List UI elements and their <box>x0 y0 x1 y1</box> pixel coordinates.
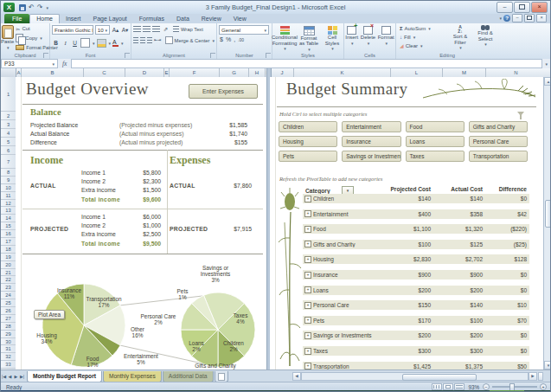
ribbon-tab-formulas[interactable]: Formulas <box>133 15 170 23</box>
column-header-J[interactable]: J <box>271 68 294 77</box>
zoom-out-button[interactable]: − <box>483 383 490 390</box>
pivot-row-entertainment[interactable]: +Entertainment$400$358$42 <box>303 209 529 219</box>
row-header-10[interactable]: 10 <box>1 184 16 192</box>
row-header-16[interactable]: 16 <box>1 230 16 238</box>
decimal-buttons[interactable]: .00 <box>238 37 244 42</box>
restore-button[interactable] <box>514 2 530 13</box>
ribbon-tab-insert[interactable]: Insert <box>60 15 87 23</box>
fill-button[interactable]: ↓Fill <box>398 33 431 41</box>
workbook-restore-button[interactable] <box>524 14 535 22</box>
paste-button[interactable]: Paste <box>1 24 14 52</box>
page-layout-view-button[interactable] <box>443 383 453 390</box>
slicer-personal-care[interactable]: Personal Care <box>469 136 528 147</box>
sheet-tab-monthly-expenses[interactable]: Monthly Expenses <box>103 371 162 382</box>
row-header-30[interactable]: 30 <box>1 338 16 346</box>
expand-icon[interactable]: + <box>304 241 311 247</box>
slicer-pets[interactable]: Pets <box>279 151 337 162</box>
formula-bar-expand-icon[interactable] <box>544 61 550 67</box>
ribbon-tab-data[interactable]: Data <box>170 15 195 23</box>
orientation-icon[interactable]: ⇗ <box>162 25 170 33</box>
delete-cells-button[interactable]: Delete <box>361 26 375 52</box>
borders-icon[interactable] <box>80 38 90 48</box>
vertical-scrollbar[interactable]: ▲ ▼ <box>543 77 551 370</box>
row-header-1[interactable]: 1 <box>1 77 16 112</box>
pivot-row-children[interactable]: +Children$140$140$0 <box>303 194 529 203</box>
expand-icon[interactable]: + <box>304 272 311 279</box>
clear-filter-icon[interactable] <box>517 112 524 116</box>
underline-button[interactable]: U <box>71 39 79 47</box>
row-header-27[interactable]: 27 <box>1 315 16 323</box>
fx-icon[interactable]: fx <box>58 60 71 67</box>
expand-icon[interactable]: + <box>304 302 311 309</box>
name-box[interactable]: P33 <box>1 59 58 68</box>
row-header-7[interactable]: 7 <box>1 155 16 169</box>
save-icon[interactable] <box>19 4 26 11</box>
fill-color-icon[interactable] <box>97 39 106 48</box>
alignment-dialog-launcher[interactable] <box>210 53 215 58</box>
hscroll-left-arrow[interactable]: ◀ <box>292 372 301 381</box>
font-size-combo[interactable]: 10 <box>95 25 110 35</box>
conditional-formatting-button[interactable]: Conditional Formatting <box>273 26 296 52</box>
horizontal-scroll-thumb[interactable] <box>402 374 477 381</box>
expand-icon[interactable]: + <box>304 286 311 293</box>
percent-format-button[interactable]: % <box>226 36 231 42</box>
expand-icon[interactable]: + <box>304 332 311 339</box>
pivot-row-savings-or-investments[interactable]: +Savings or Investments$200$200$0 <box>303 331 529 340</box>
column-header-D[interactable]: D <box>125 68 164 77</box>
pivot-row-personal-care[interactable]: +Personal Care$150$140$10 <box>303 300 529 310</box>
scroll-down-arrow[interactable]: ▼ <box>544 361 551 370</box>
page-break-view-button[interactable] <box>454 383 465 390</box>
zoom-slider[interactable] <box>492 386 537 388</box>
redo-icon[interactable]: ↷ <box>37 3 43 12</box>
row-header-4[interactable]: 4 <box>1 129 16 138</box>
pivot-row-insurance[interactable]: +Insurance$900$900$0 <box>303 270 529 280</box>
horizontal-scrollbar[interactable] <box>301 372 529 381</box>
slicer-food[interactable]: Food <box>406 121 465 132</box>
sort-filter-button[interactable]: AZ↓ Sort & Filter <box>449 25 471 51</box>
align-left-icon[interactable] <box>133 37 138 43</box>
vertical-scroll-thumb[interactable] <box>545 200 551 228</box>
row-header-17[interactable]: 17 <box>1 238 16 246</box>
help-icon[interactable]: ? <box>503 15 510 22</box>
row-header-5[interactable]: 5 <box>1 138 16 146</box>
slicer-insurance[interactable]: Insurance <box>342 136 400 147</box>
grow-font-button[interactable]: A▴ <box>112 26 119 34</box>
ribbon-tab-home[interactable]: Home <box>29 14 60 23</box>
pivot-row-taxes[interactable]: +Taxes$300$300$0 <box>303 346 529 356</box>
column-header-L[interactable]: L <box>391 68 443 77</box>
expand-icon[interactable]: + <box>304 196 311 202</box>
pivot-row-transportation[interactable]: +Transportation$1,425$1,375$50 <box>303 362 529 370</box>
font-name-combo[interactable]: Franklin Gothic Bo <box>52 25 93 35</box>
expand-icon[interactable]: + <box>304 348 311 355</box>
workbook-minimize-button[interactable]: – <box>512 14 522 22</box>
expand-icon[interactable]: + <box>304 363 311 370</box>
hscroll-right-arrow[interactable]: ▶ <box>529 372 537 381</box>
slicer-loans[interactable]: Loans <box>406 136 465 147</box>
qat-dropdown-icon[interactable] <box>45 3 48 11</box>
sheet-tab-additional-data[interactable]: Additional Data <box>163 371 214 382</box>
shrink-font-button[interactable]: A▾ <box>121 26 129 34</box>
row-header-15[interactable]: 15 <box>1 222 16 230</box>
next-sheet-button[interactable]: ▶ <box>13 371 19 382</box>
enter-expenses-button[interactable]: Enter Expenses <box>189 84 258 99</box>
slicer-taxes[interactable]: Taxes <box>406 151 465 162</box>
row-header-2[interactable]: 2 <box>1 112 16 120</box>
formula-input[interactable] <box>71 59 542 68</box>
insert-cells-button[interactable]: Insert <box>345 26 358 52</box>
insert-worksheet-tab[interactable] <box>215 371 228 382</box>
row-header-28[interactable]: 28 <box>1 323 16 331</box>
row-header-29[interactable]: 29 <box>1 331 16 338</box>
slicer-entertainment[interactable]: Entertainment <box>342 121 400 132</box>
column-header-H[interactable]: H <box>249 68 266 77</box>
file-tab[interactable]: File <box>4 14 29 23</box>
column-header-B[interactable]: B <box>22 68 84 77</box>
clear-button[interactable]: ◢Clear <box>398 42 431 49</box>
slicer-housing[interactable]: Housing <box>279 136 337 147</box>
column-header-N[interactable]: N <box>486 68 544 77</box>
hscroll-split-handle[interactable] <box>538 372 543 381</box>
expand-icon[interactable]: + <box>304 210 311 217</box>
find-select-button[interactable]: Find & Select <box>474 25 497 51</box>
font-dialog-launcher[interactable] <box>125 53 130 58</box>
row-header-25[interactable]: 25 <box>1 299 16 307</box>
slicer-children[interactable]: Children <box>279 121 337 132</box>
